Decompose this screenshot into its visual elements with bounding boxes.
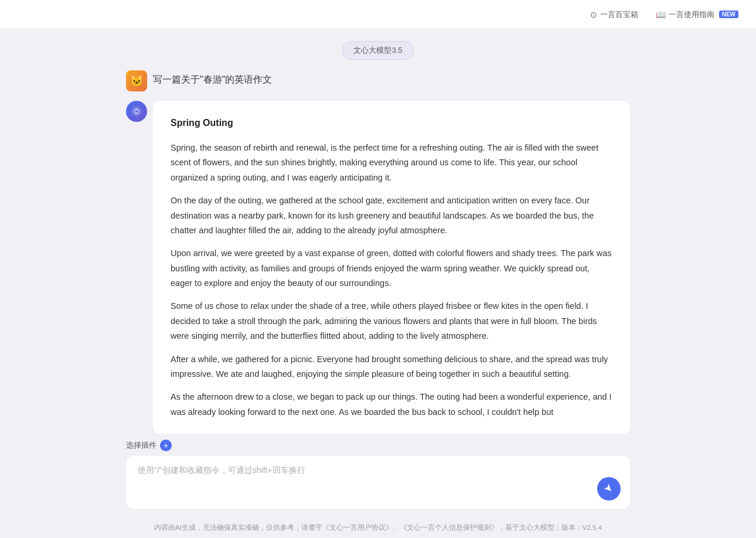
input-box: 使用"/"创建和收藏指令，可通过shift+回车换行 ➤ (126, 456, 630, 509)
header: ⊙ 一言百宝箱 📖 一言使用指南 NEW (0, 0, 756, 29)
footer-text: 内容由AI生成，无法确保真实准确，仅供参考，请遵守《文心一言用户协议》、《文心一… (154, 524, 602, 531)
user-avatar-emoji: 🐱 (130, 74, 143, 87)
new-badge: NEW (719, 11, 738, 18)
user-message-row: 🐱 写一篇关于"春游"的英语作文 (126, 70, 630, 91)
location-icon: ⊙ (590, 10, 597, 19)
plugin-label: 选择插件 (126, 440, 156, 451)
nav-treasure-box[interactable]: ⊙ 一言百宝箱 (590, 9, 638, 20)
input-placeholder: 使用"/"创建和收藏指令，可通过shift+回车换行 (138, 465, 618, 476)
chat-container: 🐱 写一篇关于"春游"的英语作文 Spring Outing Spring, t… (126, 70, 630, 434)
ai-response-card: Spring Outing Spring, the season of rebi… (153, 101, 630, 434)
ai-avatar (126, 101, 147, 122)
main-content: 文心大模型3.5 🐱 写一篇关于"春游"的英语作文 Spring Outing … (0, 29, 756, 519)
essay-paragraph-2: On the day of the outing, we gathered at… (171, 193, 612, 238)
input-section: 选择插件 + 使用"/"创建和收藏指令，可通过shift+回车换行 ➤ (126, 440, 630, 509)
user-avatar: 🐱 (126, 70, 147, 91)
essay-paragraph-3: Upon arrival, we were greeted by a vast … (171, 246, 612, 291)
nav-guide[interactable]: 📖 一言使用指南 NEW (656, 9, 738, 20)
nav-treasure-label: 一言百宝箱 (600, 9, 638, 20)
ai-avatar-icon (131, 105, 142, 117)
essay-paragraph-5: After a while, we gathered for a picnic.… (171, 352, 612, 382)
essay-paragraph-4: Some of us chose to relax under the shad… (171, 299, 612, 343)
send-icon: ➤ (601, 481, 616, 496)
plugin-plus-button[interactable]: + (160, 440, 172, 451)
user-question: 写一篇关于"春游"的英语作文 (153, 70, 272, 86)
essay-paragraph-6: As the afternoon drew to a close, we beg… (171, 390, 612, 420)
svg-point-1 (135, 110, 138, 113)
book-icon: 📖 (656, 10, 666, 19)
ai-message-row: Spring Outing Spring, the season of rebi… (126, 101, 630, 434)
send-button[interactable]: ➤ (597, 477, 621, 500)
footer: 内容由AI生成，无法确保真实准确，仅供参考，请遵守《文心一言用户协议》、《文心一… (0, 519, 756, 538)
model-badge: 文心大模型3.5 (342, 41, 413, 60)
nav-guide-label: 一言使用指南 (669, 9, 714, 20)
essay-title: Spring Outing (171, 115, 612, 131)
essay-paragraph-1: Spring, the season of rebirth and renewa… (171, 141, 612, 185)
plugin-row: 选择插件 + (126, 440, 630, 451)
